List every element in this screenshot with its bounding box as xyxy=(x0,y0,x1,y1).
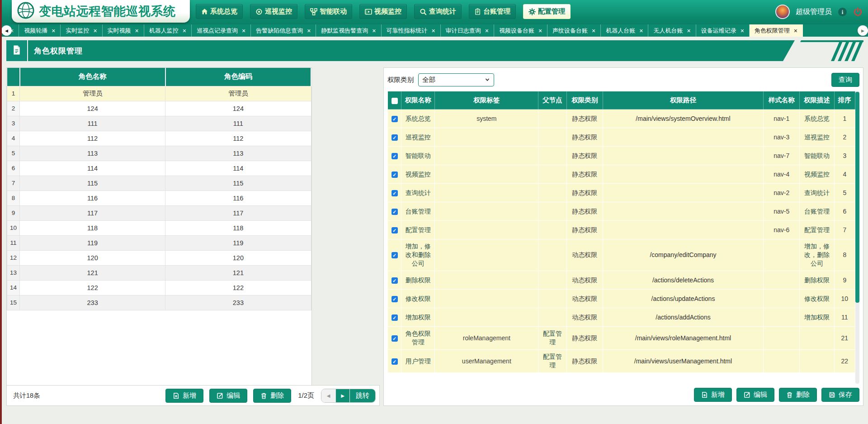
perm-type-label: 权限类别 xyxy=(387,76,414,84)
role-delete-button[interactable]: 删除 xyxy=(253,389,291,403)
row-checkbox[interactable] xyxy=(392,335,398,342)
vertical-scrollbar[interactable] xyxy=(855,91,859,384)
row-checkbox[interactable] xyxy=(392,134,398,141)
tab-item-5[interactable]: 巡视点记录查询 × xyxy=(192,24,251,37)
nav-item-0[interactable]: 系统总览 xyxy=(196,4,243,19)
role-row-10[interactable]: 10 118 118 xyxy=(7,220,311,235)
close-icon[interactable]: × xyxy=(307,28,311,34)
row-checkbox[interactable] xyxy=(392,153,398,159)
role-row-2[interactable]: 2 124 124 xyxy=(7,101,311,116)
perm-row-4: 视频监控静态权限nav-4视频监控4 xyxy=(388,165,855,184)
row-checkbox[interactable] xyxy=(392,358,398,365)
role-row-12[interactable]: 12 120 120 xyxy=(7,250,311,265)
perm-order-cell: 4 xyxy=(834,165,855,184)
role-row-6[interactable]: 6 114 114 xyxy=(7,161,311,176)
perm-edit-button[interactable]: 编辑 xyxy=(736,388,774,402)
tab-list: 系统总览 × 视频轮播 × 实时监控 × 实时视频 × 机器人监控 × 巡视点记… xyxy=(0,24,868,37)
close-icon[interactable]: × xyxy=(485,28,489,34)
perm-desc-cell: 查询统计 xyxy=(800,184,834,202)
row-checkbox[interactable] xyxy=(392,296,398,302)
nav-item-3[interactable]: 视频监控 xyxy=(359,4,407,19)
close-icon[interactable]: × xyxy=(432,28,435,34)
perm-parent-cell xyxy=(538,147,566,165)
role-row-1[interactable]: 1 管理员 管理员 xyxy=(7,86,311,101)
close-icon[interactable]: × xyxy=(794,28,797,34)
tab-item-3[interactable]: 实时视频 × xyxy=(103,24,144,37)
role-row-4[interactable]: 4 112 112 xyxy=(7,131,311,146)
close-icon[interactable]: × xyxy=(372,28,376,34)
info-icon[interactable]: i xyxy=(838,7,847,17)
row-checkbox[interactable] xyxy=(392,227,398,233)
tab-item-10[interactable]: 视频设备台账 × xyxy=(494,24,547,37)
close-icon[interactable]: × xyxy=(93,28,97,34)
close-icon[interactable]: × xyxy=(52,28,55,34)
role-edit-button[interactable]: 编辑 xyxy=(209,389,247,403)
role-name-cell: 119 xyxy=(20,235,165,250)
tab-item-1[interactable]: 视频轮播 × xyxy=(19,24,61,37)
nav-item-5[interactable]: 台账管理 xyxy=(469,4,516,19)
search-button[interactable]: 查询 xyxy=(831,73,859,87)
role-row-13[interactable]: 13 121 121 xyxy=(7,265,311,280)
nav-item-4[interactable]: 查询统计 xyxy=(414,4,462,19)
jump-page-button[interactable]: 跳转 xyxy=(349,389,375,402)
nav-item-6[interactable]: 配置管理 xyxy=(523,4,571,19)
next-page-button[interactable]: ▶ xyxy=(335,389,349,402)
role-row-3[interactable]: 3 111 111 xyxy=(7,116,311,131)
nav-item-1[interactable]: 巡视监控 xyxy=(250,4,297,19)
role-name-cell: 111 xyxy=(20,116,165,131)
close-icon[interactable]: × xyxy=(592,28,595,34)
tab-item-12[interactable]: 机器人台账 × xyxy=(601,24,648,37)
row-checkbox[interactable] xyxy=(392,252,398,258)
nav-item-2[interactable]: 智能联动 xyxy=(305,4,352,19)
tab-item-13[interactable]: 无人机台账 × xyxy=(648,24,696,37)
role-row-5[interactable]: 5 113 113 xyxy=(7,146,311,161)
perm-delete-button[interactable]: 删除 xyxy=(779,388,817,402)
role-row-11[interactable]: 11 119 119 xyxy=(7,235,311,250)
tab-item-2[interactable]: 实时监控 × xyxy=(61,24,102,37)
close-icon[interactable]: × xyxy=(135,28,139,34)
perm-path-cell xyxy=(603,128,763,147)
close-icon[interactable]: × xyxy=(242,28,245,34)
role-row-9[interactable]: 9 117 117 xyxy=(7,205,311,220)
tab-item-11[interactable]: 声纹设备台账 × xyxy=(547,24,601,37)
permission-table: 权限名称权限标签父节点权限类别权限路径样式名称权限描述排序 系统总览system… xyxy=(387,91,855,373)
role-add-button[interactable]: 新增 xyxy=(165,389,203,403)
role-code-cell: 120 xyxy=(165,250,311,265)
row-checkbox[interactable] xyxy=(392,190,398,196)
close-icon[interactable]: × xyxy=(687,28,690,34)
avatar[interactable] xyxy=(775,5,790,19)
role-row-14[interactable]: 14 122 122 xyxy=(7,280,311,295)
select-all-checkbox[interactable] xyxy=(392,98,398,104)
role-row-7[interactable]: 7 115 115 xyxy=(7,176,311,191)
row-checkbox[interactable] xyxy=(392,172,398,178)
perm-row-10: 修改权限动态权限/actions/updateActions修改权限10 xyxy=(388,290,855,308)
role-code-cell: 233 xyxy=(165,295,311,310)
tab-item-9[interactable]: 审计日志查询 × xyxy=(441,24,494,37)
perm-type-select[interactable]: 全部 xyxy=(418,73,494,86)
row-checkbox[interactable] xyxy=(392,209,398,215)
close-icon[interactable]: × xyxy=(183,28,186,34)
row-checkbox[interactable] xyxy=(392,277,398,284)
perm-add-button[interactable]: 新增 xyxy=(694,388,732,402)
perm-row-1: 系统总览system静态权限/main/views/systemOverview… xyxy=(388,110,855,128)
tab-item-8[interactable]: 可靠性指标统计 × xyxy=(382,24,441,37)
role-row-8[interactable]: 8 116 116 xyxy=(7,191,311,205)
tab-item-4[interactable]: 机器人监控 × xyxy=(144,24,192,37)
perm-save-button[interactable]: 保存 xyxy=(821,388,859,402)
power-icon[interactable] xyxy=(853,7,863,17)
tab-scroll-right-button[interactable]: ▶ xyxy=(858,25,868,36)
perm-name-cell: 巡视监控 xyxy=(401,128,435,147)
close-icon[interactable]: × xyxy=(741,28,744,34)
role-row-15[interactable]: 15 233 233 xyxy=(7,295,311,310)
tab-scroll-left-button[interactable]: ◀ xyxy=(1,25,12,36)
close-icon[interactable]: × xyxy=(538,28,542,34)
tab-item-6[interactable]: 告警缺陷信息查询 × xyxy=(251,24,316,37)
scrollbar-thumb[interactable] xyxy=(855,92,859,303)
tab-item-7[interactable]: 静默监视告警查询 × xyxy=(316,24,381,37)
row-checkbox[interactable] xyxy=(392,314,398,321)
prev-page-button[interactable]: ◀ xyxy=(321,389,335,402)
tab-item-14[interactable]: 设备运维记录 × xyxy=(696,24,750,37)
close-icon[interactable]: × xyxy=(639,28,643,34)
tab-item-15[interactable]: 角色权限管理 × xyxy=(750,24,803,37)
row-checkbox[interactable] xyxy=(392,116,398,122)
